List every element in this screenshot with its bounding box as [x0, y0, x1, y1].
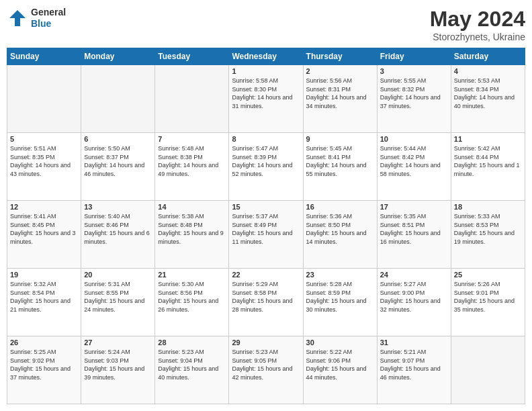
day-cell: 21Sunrise: 5:30 AMSunset: 8:56 PMDayligh…: [155, 269, 229, 336]
day-number: 17: [380, 203, 448, 211]
page: General Blue May 2024 Storozhynets, Ukra…: [0, 0, 532, 411]
weekday-header-sunday: Sunday: [7, 48, 81, 65]
day-info: Sunrise: 5:29 AMSunset: 8:58 PMDaylight:…: [232, 280, 300, 314]
day-info: Sunrise: 5:55 AMSunset: 8:32 PMDaylight:…: [380, 77, 448, 110]
day-info: Sunrise: 5:33 AMSunset: 8:53 PMDaylight:…: [454, 212, 522, 246]
month-title: May 2024: [430, 7, 525, 32]
day-cell: 6Sunrise: 5:50 AMSunset: 8:37 PMDaylight…: [81, 133, 155, 201]
day-number: 4: [454, 67, 522, 75]
day-number: 19: [10, 271, 78, 279]
day-cell: 11Sunrise: 5:42 AMSunset: 8:44 PMDayligh…: [451, 133, 525, 201]
day-number: 9: [306, 135, 374, 143]
day-number: 18: [454, 203, 522, 211]
day-cell: 17Sunrise: 5:35 AMSunset: 8:51 PMDayligh…: [377, 201, 451, 269]
day-info: Sunrise: 5:48 AMSunset: 8:38 PMDaylight:…: [158, 144, 226, 178]
day-cell: [7, 65, 81, 133]
day-number: 12: [10, 203, 78, 211]
day-info: Sunrise: 5:47 AMSunset: 8:39 PMDaylight:…: [232, 144, 300, 178]
day-cell: 12Sunrise: 5:41 AMSunset: 8:45 PMDayligh…: [7, 201, 81, 269]
day-number: 13: [84, 203, 152, 211]
day-info: Sunrise: 5:25 AMSunset: 9:02 PMDaylight:…: [10, 348, 78, 381]
day-number: 2: [306, 67, 374, 75]
day-cell: 31Sunrise: 5:21 AMSunset: 9:07 PMDayligh…: [377, 336, 451, 404]
day-cell: 29Sunrise: 5:23 AMSunset: 9:05 PMDayligh…: [229, 336, 303, 404]
day-cell: 16Sunrise: 5:36 AMSunset: 8:50 PMDayligh…: [303, 201, 377, 269]
day-cell: 22Sunrise: 5:29 AMSunset: 8:58 PMDayligh…: [229, 269, 303, 336]
title-block: May 2024 Storozhynets, Ukraine: [430, 7, 525, 42]
logo-blue: Blue: [31, 18, 51, 29]
day-number: 6: [84, 135, 152, 143]
week-row-4: 19Sunrise: 5:32 AMSunset: 8:54 PMDayligh…: [7, 269, 525, 336]
day-cell: [155, 65, 229, 133]
svg-marker-0: [9, 10, 26, 26]
day-info: Sunrise: 5:38 AMSunset: 8:48 PMDaylight:…: [158, 212, 226, 246]
subtitle: Storozhynets, Ukraine: [430, 32, 525, 42]
day-info: Sunrise: 5:50 AMSunset: 8:37 PMDaylight:…: [84, 144, 152, 178]
day-number: 8: [232, 135, 300, 143]
weekday-header-monday: Monday: [81, 48, 155, 65]
day-info: Sunrise: 5:45 AMSunset: 8:41 PMDaylight:…: [306, 144, 374, 178]
day-cell: 18Sunrise: 5:33 AMSunset: 8:53 PMDayligh…: [451, 201, 525, 269]
day-cell: 23Sunrise: 5:28 AMSunset: 8:59 PMDayligh…: [303, 269, 377, 336]
logo-icon: [7, 7, 28, 29]
logo-text: General Blue: [31, 7, 66, 30]
week-row-2: 5Sunrise: 5:51 AMSunset: 8:35 PMDaylight…: [7, 133, 525, 201]
day-number: 31: [380, 338, 448, 347]
day-cell: 10Sunrise: 5:44 AMSunset: 8:42 PMDayligh…: [377, 133, 451, 201]
day-info: Sunrise: 5:26 AMSunset: 9:01 PMDaylight:…: [454, 280, 522, 314]
day-number: 16: [306, 203, 374, 211]
day-info: Sunrise: 5:31 AMSunset: 8:55 PMDaylight:…: [84, 280, 152, 314]
weekday-header-saturday: Saturday: [451, 48, 525, 65]
day-number: 27: [84, 338, 152, 347]
day-info: Sunrise: 5:42 AMSunset: 8:44 PMDaylight:…: [454, 144, 522, 178]
day-info: Sunrise: 5:27 AMSunset: 9:00 PMDaylight:…: [380, 280, 448, 314]
day-number: 30: [306, 338, 374, 347]
day-number: 24: [380, 271, 448, 279]
day-cell: 30Sunrise: 5:22 AMSunset: 9:06 PMDayligh…: [303, 336, 377, 404]
day-cell: 7Sunrise: 5:48 AMSunset: 8:38 PMDaylight…: [155, 133, 229, 201]
day-number: 7: [158, 135, 226, 143]
day-number: 29: [232, 338, 300, 347]
day-cell: 24Sunrise: 5:27 AMSunset: 9:00 PMDayligh…: [377, 269, 451, 336]
day-number: 10: [380, 135, 448, 143]
day-number: 15: [232, 203, 300, 211]
day-info: Sunrise: 5:41 AMSunset: 8:45 PMDaylight:…: [10, 212, 78, 246]
day-cell: 25Sunrise: 5:26 AMSunset: 9:01 PMDayligh…: [451, 269, 525, 336]
day-number: 11: [454, 135, 522, 143]
calendar-table: SundayMondayTuesdayWednesdayThursdayFrid…: [7, 48, 525, 404]
weekday-header-row: SundayMondayTuesdayWednesdayThursdayFrid…: [7, 48, 525, 65]
day-info: Sunrise: 5:24 AMSunset: 9:03 PMDaylight:…: [84, 348, 152, 381]
day-cell: 15Sunrise: 5:37 AMSunset: 8:49 PMDayligh…: [229, 201, 303, 269]
day-cell: 28Sunrise: 5:23 AMSunset: 9:04 PMDayligh…: [155, 336, 229, 404]
day-cell: 4Sunrise: 5:53 AMSunset: 8:34 PMDaylight…: [451, 65, 525, 133]
day-info: Sunrise: 5:23 AMSunset: 9:04 PMDaylight:…: [158, 348, 226, 381]
day-cell: 5Sunrise: 5:51 AMSunset: 8:35 PMDaylight…: [7, 133, 81, 201]
day-cell: 2Sunrise: 5:56 AMSunset: 8:31 PMDaylight…: [303, 65, 377, 133]
day-cell: 1Sunrise: 5:58 AMSunset: 8:30 PMDaylight…: [229, 65, 303, 133]
week-row-1: 1Sunrise: 5:58 AMSunset: 8:30 PMDaylight…: [7, 65, 525, 133]
day-number: 21: [158, 271, 226, 279]
day-info: Sunrise: 5:30 AMSunset: 8:56 PMDaylight:…: [158, 280, 226, 314]
header: General Blue May 2024 Storozhynets, Ukra…: [7, 7, 525, 42]
day-cell: [81, 65, 155, 133]
day-number: 23: [306, 271, 374, 279]
day-number: 26: [10, 338, 78, 347]
day-info: Sunrise: 5:21 AMSunset: 9:07 PMDaylight:…: [380, 348, 448, 381]
day-number: 20: [84, 271, 152, 279]
weekday-header-friday: Friday: [377, 48, 451, 65]
day-info: Sunrise: 5:37 AMSunset: 8:49 PMDaylight:…: [232, 212, 300, 246]
day-cell: 26Sunrise: 5:25 AMSunset: 9:02 PMDayligh…: [7, 336, 81, 404]
day-number: 25: [454, 271, 522, 279]
day-cell: 14Sunrise: 5:38 AMSunset: 8:48 PMDayligh…: [155, 201, 229, 269]
day-info: Sunrise: 5:40 AMSunset: 8:46 PMDaylight:…: [84, 212, 152, 246]
weekday-header-tuesday: Tuesday: [155, 48, 229, 65]
weekday-header-thursday: Thursday: [303, 48, 377, 65]
day-info: Sunrise: 5:44 AMSunset: 8:42 PMDaylight:…: [380, 144, 448, 178]
day-number: 14: [158, 203, 226, 211]
day-number: 1: [232, 67, 300, 75]
day-cell: 8Sunrise: 5:47 AMSunset: 8:39 PMDaylight…: [229, 133, 303, 201]
logo-general: General: [31, 7, 66, 17]
day-info: Sunrise: 5:58 AMSunset: 8:30 PMDaylight:…: [232, 77, 300, 110]
day-info: Sunrise: 5:53 AMSunset: 8:34 PMDaylight:…: [454, 77, 522, 110]
day-cell: 9Sunrise: 5:45 AMSunset: 8:41 PMDaylight…: [303, 133, 377, 201]
